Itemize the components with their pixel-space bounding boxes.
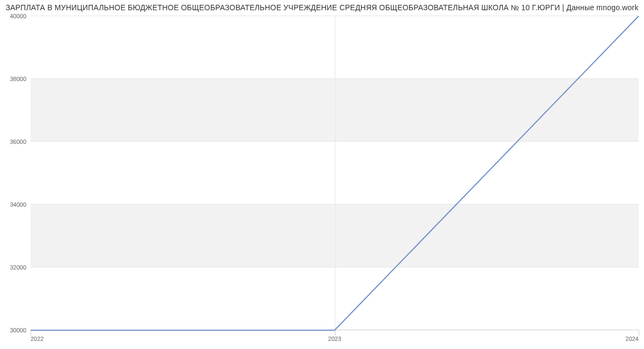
plot-area: 30000 32000 34000 36000 38000 40000 2022…	[31, 16, 639, 330]
y-tick-label: 32000	[10, 264, 26, 271]
y-tick-label: 40000	[10, 13, 26, 19]
x-tick	[335, 330, 335, 336]
y-tick-label: 34000	[10, 201, 26, 208]
chart-title: ЗАРПЛАТА В МУНИЦИПАЛЬНОЕ БЮДЖЕТНОЕ ОБЩЕО…	[0, 3, 644, 12]
x-tick	[31, 330, 31, 336]
x-tick-label: 2022	[31, 336, 43, 342]
y-tick-label: 38000	[10, 76, 26, 82]
x-tick	[639, 330, 639, 336]
chart-container: ЗАРПЛАТА В МУНИЦИПАЛЬНОЕ БЮДЖЕТНОЕ ОБЩЕО…	[0, 0, 644, 349]
line-series	[31, 16, 639, 330]
x-tick-label: 2024	[626, 336, 639, 342]
y-tick-label: 30000	[10, 327, 26, 333]
y-tick-label: 36000	[10, 139, 26, 145]
x-tick-label: 2023	[328, 336, 341, 342]
